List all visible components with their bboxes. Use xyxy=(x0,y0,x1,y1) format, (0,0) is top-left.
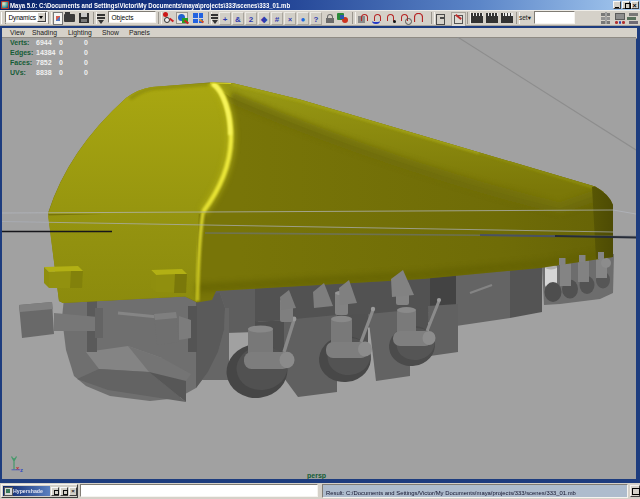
svg-text:0: 0 xyxy=(59,39,63,46)
svg-text:7852: 7852 xyxy=(36,59,52,66)
svg-text:6944: 6944 xyxy=(36,39,52,46)
svg-text:Edges:: Edges: xyxy=(10,49,33,57)
svg-text:z: z xyxy=(20,467,23,473)
svg-text:persp: persp xyxy=(307,472,326,479)
svg-text:0: 0 xyxy=(84,69,88,76)
svg-text:0: 0 xyxy=(84,39,88,46)
svg-text:0: 0 xyxy=(59,49,63,56)
svg-text:Verts:: Verts: xyxy=(10,39,29,46)
svg-text:14384: 14384 xyxy=(36,49,56,56)
svg-text:0: 0 xyxy=(59,59,63,66)
svg-text:0: 0 xyxy=(59,69,63,76)
svg-text:0: 0 xyxy=(84,59,88,66)
svg-text:Faces:: Faces: xyxy=(10,59,32,66)
svg-text:8838: 8838 xyxy=(36,69,52,76)
svg-text:0: 0 xyxy=(84,49,88,56)
svg-text:UVs:: UVs: xyxy=(10,69,26,76)
